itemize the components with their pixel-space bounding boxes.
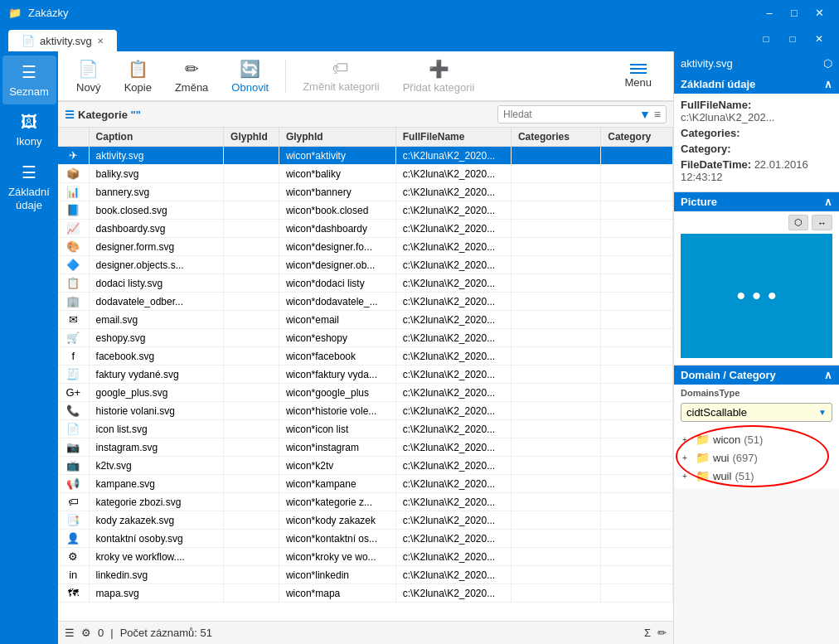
table-row[interactable]: 🏷 kategorie zbozi.svg wicon*kategorie z.…	[58, 493, 673, 511]
table-row[interactable]: 🎨 designer.form.svg wicon*designer.fo...…	[58, 238, 673, 256]
rp-zakladni-collapse[interactable]: ∧	[824, 78, 832, 90]
search-input[interactable]	[503, 109, 636, 120]
pridkat-button[interactable]: ➕ Přidat kategorii	[393, 54, 485, 99]
table-row[interactable]: 🏢 dodavatele_odber... wicon*dodavatele_.…	[58, 293, 673, 311]
rp-picture-btn1[interactable]: ⬡	[788, 215, 808, 230]
cell-glyphid2: wicon*kategorie z...	[279, 493, 395, 511]
novy-button[interactable]: 📄 Nový	[66, 54, 111, 99]
cell-fullfile: c:\K2luna\K2_2020...	[395, 183, 511, 201]
expand-icon-wicon[interactable]: +	[682, 435, 692, 444]
col-header-category: Category	[601, 128, 673, 147]
cell-glyphid2: wicon*mapa	[279, 584, 395, 603]
rp-ext-icon[interactable]: ⬡	[823, 57, 832, 70]
table-row[interactable]: 📘 book.closed.svg wicon*book.closed c:\K…	[58, 201, 673, 220]
status-sigma[interactable]: Σ	[644, 627, 651, 639]
close-button[interactable]: ✕	[807, 0, 831, 25]
data-table-container[interactable]: Caption GlyphId GlyphId FullFileName Cat…	[58, 128, 673, 621]
table-row[interactable]: 🛒 eshopy.svg wicon*eshopy c:\K2luna\K2_2…	[58, 329, 673, 347]
kopie-button[interactable]: 📋 Kopie	[114, 54, 162, 99]
table-row[interactable]: 📦 baliky.svg wicon*baliky c:\K2luna\K2_2…	[58, 165, 673, 183]
rp-zakladni-header[interactable]: Základní údaje ∧	[674, 75, 839, 94]
table-row[interactable]: 🔷 designer.objects.s... wicon*designer.o…	[58, 256, 673, 274]
cell-category	[601, 493, 673, 511]
table-row[interactable]: ✈ aktivity.svg wicon*aktivity c:\K2luna\…	[58, 147, 673, 165]
cell-glyphid2: wicon*aktivity	[279, 147, 395, 165]
tree-item-wui[interactable]: + 📁 wui (697)	[681, 448, 832, 467]
cell-glyphid1	[224, 366, 279, 384]
table-row[interactable]: 🧾 faktury vydané.svg wicon*faktury vyda.…	[58, 366, 673, 384]
table-row[interactable]: ✉ email.svg wicon*email c:\K2luna\K2_202…	[58, 311, 673, 329]
table-row[interactable]: 📷 instagram.svg wicon*instagram c:\K2lun…	[58, 438, 673, 457]
rp-title: aktivity.svg	[681, 57, 733, 70]
obnovit-button[interactable]: 🔄 Obnovit	[221, 54, 279, 99]
col-header-glyphid2: GlyphId	[279, 128, 395, 147]
rp-title-bar: aktivity.svg ⬡	[674, 51, 839, 75]
col-header-icon	[58, 128, 89, 147]
cell-category	[601, 183, 673, 201]
cell-fullfile: c:\K2luna\K2_2020...	[395, 220, 511, 238]
rp-picture-header[interactable]: Picture ∧	[674, 192, 839, 211]
table-row[interactable]: 📑 kody zakazek.svg wicon*kody zakazek c:…	[58, 511, 673, 530]
maximize-button[interactable]: □	[783, 0, 806, 25]
table-row[interactable]: 📋 dodaci listy.svg wicon*dodaci listy c:…	[58, 274, 673, 293]
zmena-button[interactable]: ✏ Změna	[165, 54, 218, 99]
cell-caption: designer.objects.s...	[89, 256, 224, 274]
table-row[interactable]: ⚙ kroky ve workflow.... wicon*kroky ve w…	[58, 548, 673, 566]
cell-fullfile: c:\K2luna\K2_2020...	[395, 293, 511, 311]
rp-domains-type-label: DomainsType	[674, 385, 839, 401]
left-sidebar: ☰ Seznam 🖼 Ikony ☰ Základní údaje	[0, 51, 58, 644]
sidebar-item-seznam[interactable]: ☰ Seznam	[2, 56, 56, 104]
rp-picture-collapse[interactable]: ∧	[824, 196, 832, 208]
expand-icon-wui[interactable]: +	[682, 453, 692, 462]
sidebar-label-ikony: Ikony	[16, 135, 41, 148]
tab-icon: 📄	[22, 35, 35, 47]
cell-fullfile: c:\K2luna\K2_2020...	[395, 457, 511, 475]
table-row[interactable]: 📢 kampane.svg wicon*kampane c:\K2luna\K2…	[58, 475, 673, 493]
sidebar-item-ikony[interactable]: 🖼 Ikony	[2, 106, 56, 154]
status-bar: ☰ ⚙ 0 | Počet záznamů: 51 Σ ✏	[58, 621, 673, 644]
title-bar: 📁 Zakázky – □ ✕	[0, 0, 839, 25]
table-header-bar: ☰ Kategorie "" ▼ ≡	[58, 102, 673, 128]
tab-aktivity[interactable]: 📄 aktivity.svg ✕	[8, 30, 117, 51]
rp-picture-btn2[interactable]: ↔	[812, 215, 832, 230]
pridkat-icon: ➕	[429, 59, 449, 79]
tree-item-wuil[interactable]: + 📁 wuil (51)	[681, 467, 832, 485]
cell-categories	[511, 493, 600, 511]
rp-dropdown[interactable]: cidtScallable ▼	[681, 403, 832, 422]
columns-icon[interactable]: ≡	[654, 108, 661, 121]
tree-item-wicon[interactable]: + 📁 wicon (51)	[681, 430, 832, 448]
cell-caption: dodavatele_odber...	[89, 293, 224, 311]
rp-domain-header[interactable]: Domain / Category ∧	[674, 366, 839, 385]
table-row[interactable]: 📄 icon list.svg wicon*icon list c:\K2lun…	[58, 420, 673, 438]
expand-icon-wuil[interactable]: +	[682, 472, 692, 481]
table-row[interactable]: 📺 k2tv.svg wicon*k2tv c:\K2luna\K2_2020.…	[58, 457, 673, 475]
status-list-icon: ☰	[65, 627, 75, 639]
minimize-button[interactable]: –	[758, 0, 781, 25]
table-row[interactable]: f facebook.svg wicon*facebook c:\K2luna\…	[58, 347, 673, 366]
filter-icon[interactable]: ▼	[639, 108, 651, 121]
menu-button[interactable]: Menu	[611, 59, 665, 94]
table-row[interactable]: 🗺 mapa.svg wicon*mapa c:\K2luna\K2_2020.…	[58, 584, 673, 603]
tab-close-all-button[interactable]: ✕	[807, 27, 831, 51]
cell-glyphid1	[224, 511, 279, 530]
table-row[interactable]: 📈 dashboardy.svg wicon*dashboardy c:\K2l…	[58, 220, 673, 238]
status-edit[interactable]: ✏	[657, 627, 667, 639]
table-row[interactable]: 📞 historie volani.svg wicon*historie vol…	[58, 402, 673, 420]
search-box[interactable]: ▼ ≡	[497, 105, 667, 123]
col-header-glyphid1: GlyphId	[224, 128, 279, 147]
table-title-text: Kategorie ""	[78, 109, 141, 121]
tab-close-button[interactable]: ✕	[97, 36, 104, 46]
cell-glyphid1	[224, 438, 279, 457]
table-row[interactable]: in linkedin.svg wicon*linkedin c:\K2luna…	[58, 566, 673, 584]
zmenkat-button[interactable]: 🏷 Změnit kategorii	[293, 54, 389, 98]
cell-categories	[511, 548, 600, 566]
table-row[interactable]: 👤 kontaktní osoby.svg wicon*kontaktní os…	[58, 530, 673, 548]
table-row[interactable]: G+ google_plus.svg wicon*google_plus c:\…	[58, 384, 673, 402]
tab-maximize-button[interactable]: □	[781, 27, 804, 51]
zmena-label: Změna	[175, 81, 208, 94]
sidebar-label-zakladni: Základní údaje	[6, 186, 53, 211]
rp-domain-collapse[interactable]: ∧	[824, 369, 832, 381]
sidebar-item-zakladni[interactable]: ☰ Základní údaje	[2, 156, 56, 218]
table-row[interactable]: 📊 bannery.svg wicon*bannery c:\K2luna\K2…	[58, 183, 673, 201]
tab-restore-button[interactable]: □	[754, 27, 778, 51]
